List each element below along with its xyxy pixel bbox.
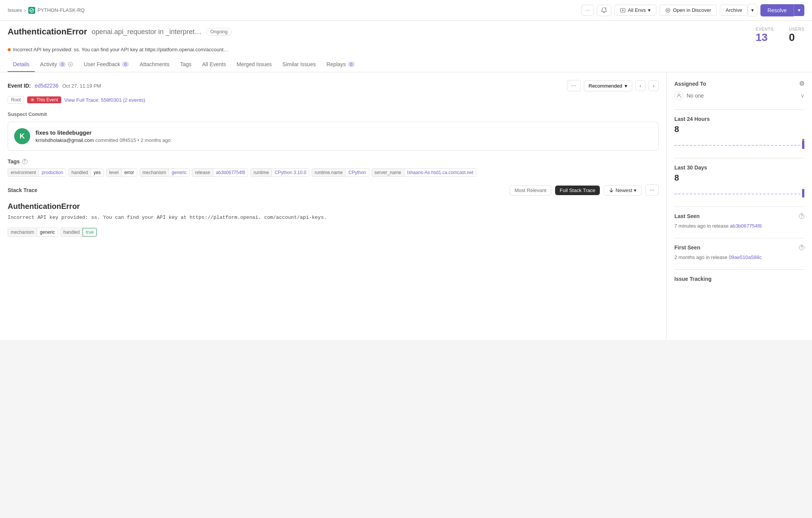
tags-section-title: Tags ? (8, 158, 659, 165)
svg-point-7 (678, 94, 680, 96)
notification-button[interactable] (597, 5, 611, 16)
users-stat: USERS 0 (789, 27, 804, 44)
tab-attachments[interactable]: Attachments (134, 57, 175, 72)
event-id-label: Event ID: (8, 83, 31, 89)
next-event-button[interactable]: › (648, 80, 659, 91)
resolve-button[interactable]: Resolve (760, 4, 794, 16)
event-id-right: ··· Recommended ▾ ‹ › (567, 80, 659, 91)
commit-avatar: K (14, 128, 30, 144)
stack-trace-more-button[interactable]: ··· (645, 184, 659, 196)
assigned-to-section: Assigned To ⚙ No one ∨ (674, 80, 804, 100)
recommended-dropdown-button[interactable]: Recommended ▾ (584, 80, 632, 91)
assignee-chevron[interactable]: ∨ (801, 93, 804, 99)
project-name: PYTHON-FLASK-RQ (37, 7, 85, 13)
tag-release: release ab3b067754f8 (192, 168, 248, 177)
assignee-left: No one (674, 91, 704, 100)
resolve-group: Resolve ▾ (760, 4, 804, 16)
full-stack-trace-button[interactable]: Full Stack Trace (555, 186, 600, 195)
first-seen-section: First Seen ? 2 months ago in release 09a… (674, 244, 804, 260)
last-seen-header: Last Seen ? (674, 213, 804, 219)
tags-grid: environment production handled yes level… (8, 168, 659, 177)
person-icon (674, 91, 684, 100)
prev-event-button[interactable]: ‹ (635, 80, 646, 91)
tag-runtime-name: runtime.name CPython (312, 168, 369, 177)
event-id-left: Event ID: ed5d2236 Oct 27, 11:19 PM (8, 83, 101, 89)
last-30-label: Last 30 Days (674, 165, 804, 171)
project-badge: PYTHON-FLASK-RQ (28, 7, 85, 14)
event-tags-row: Root This Event View Full Trace: 558f030… (8, 96, 659, 104)
more-options-button[interactable]: ··· (581, 5, 594, 16)
project-icon (28, 7, 35, 14)
first-seen-help-icon[interactable]: ? (799, 245, 804, 250)
ongoing-badge: Ongoing (206, 28, 232, 36)
commit-title: fixes to litedebugger (36, 129, 652, 136)
issue-header: AuthenticationError openai.api_requestor… (0, 21, 812, 72)
tabs: Details Activity 0 User Feedback 0 Attac… (8, 57, 804, 72)
tags-help-icon[interactable]: ? (22, 159, 28, 164)
stack-trace-section: Stack Trace Most Relevant Full Stack Tra… (8, 184, 659, 237)
stack-tags: mechanism generic handled true (8, 228, 659, 237)
breadcrumb-issues[interactable]: Issues (8, 7, 22, 13)
tab-merged-issues[interactable]: Merged Issues (231, 57, 277, 72)
tag-level: level error (106, 168, 137, 177)
tab-user-feedback[interactable]: User Feedback 0 (78, 57, 134, 72)
tag-server-name: server_name Ishaans-Air.hsd1.ca.comcast.… (372, 168, 476, 177)
last-seen-section: Last Seen ? 7 minutes ago in release ab3… (674, 213, 804, 229)
tag-runtime: runtime CPython 3.10.0 (250, 168, 309, 177)
tab-activity[interactable]: Activity 0 (35, 57, 78, 72)
issue-stats: EVENTS 13 USERS 0 (756, 27, 804, 44)
event-id-row: Event ID: ed5d2236 Oct 27, 11:19 PM ··· … (8, 80, 659, 91)
archive-resolve-group: Archive ▾ (720, 4, 757, 16)
issue-tracking-header: Issue Tracking (674, 276, 804, 282)
tab-replays[interactable]: Replays 0 (321, 57, 360, 72)
last-seen-help-icon[interactable]: ? (799, 213, 804, 219)
tab-details[interactable]: Details (8, 57, 35, 72)
view-full-trace-link[interactable]: View Full Trace: 558f0301 (2 events) (64, 97, 145, 103)
assignee-row[interactable]: No one ∨ (674, 91, 804, 100)
svg-point-4 (667, 10, 669, 11)
breadcrumb: Issues › PYTHON-FLASK-RQ (8, 7, 84, 14)
tags-section: Tags ? environment production handled ye… (8, 158, 659, 177)
archive-dropdown-button[interactable]: ▾ (748, 4, 757, 16)
resolve-dropdown-button[interactable]: ▾ (794, 4, 804, 16)
main-content: Event ID: ed5d2236 Oct 27, 11:19 PM ··· … (0, 72, 812, 340)
first-seen-header: First Seen ? (674, 244, 804, 251)
tab-tags[interactable]: Tags (175, 57, 197, 72)
env-dropdown-button[interactable]: All Envs ▾ (614, 5, 656, 16)
last-24-sparkline (674, 137, 804, 149)
last-30-value: 8 (674, 173, 804, 183)
error-type: AuthenticationError (8, 27, 87, 37)
last-24-section: Last 24 Hours 8 (674, 116, 804, 149)
tab-similar-issues[interactable]: Similar Issues (277, 57, 321, 72)
issue-tracking-section: Issue Tracking (674, 276, 804, 282)
suspect-commit-card: K fixes to litedebugger krrishdholakia@g… (8, 122, 659, 151)
event-id-value: ed5d2236 (35, 83, 58, 89)
last-seen-release-link[interactable]: ab3b067754f8 (730, 223, 762, 229)
assigned-to-gear-icon[interactable]: ⚙ (799, 80, 804, 87)
suspect-commit-title: Suspect Commit (8, 111, 659, 117)
last-seen-value: 7 minutes ago in release ab3b067754f8 (674, 223, 804, 229)
stack-trace-header: Stack Trace Most Relevant Full Stack Tra… (8, 184, 659, 196)
tag-handled: handled yes (68, 168, 104, 177)
first-seen-value: 2 months ago in release 09ae510a588c (674, 254, 804, 260)
root-tag: Root (8, 96, 24, 104)
first-seen-release-link[interactable]: 09ae510a588c (729, 254, 762, 260)
stack-trace-title: Stack Trace (8, 187, 37, 193)
commit-meta: krrishdholakia@gmail.com committed 0ff45… (36, 137, 652, 143)
archive-button[interactable]: Archive (720, 5, 748, 16)
last-30-sparkline (674, 186, 804, 197)
tag-environment: environment production (8, 168, 66, 177)
svg-point-3 (666, 8, 670, 12)
event-time: Oct 27, 11:19 PM (62, 83, 101, 89)
tag-mechanism: mechanism generic (140, 168, 190, 177)
top-bar: Issues › PYTHON-FLASK-RQ ··· All Envs ▾ … (0, 0, 812, 21)
error-location: openai.api_requestor in _interpret… (92, 28, 201, 36)
stack-error-message: Incorrect API key provided: ss. You can … (8, 214, 659, 222)
event-more-button[interactable]: ··· (567, 80, 580, 91)
tab-all-events[interactable]: All Events (197, 57, 231, 72)
newest-sort-button[interactable]: Newest ▾ (604, 185, 641, 195)
most-relevant-button[interactable]: Most Relevant (510, 185, 551, 195)
last-30-section: Last 30 Days 8 (674, 165, 804, 197)
assigned-to-header: Assigned To ⚙ (674, 80, 804, 87)
open-in-discover-button[interactable]: Open in Discover (659, 5, 717, 16)
